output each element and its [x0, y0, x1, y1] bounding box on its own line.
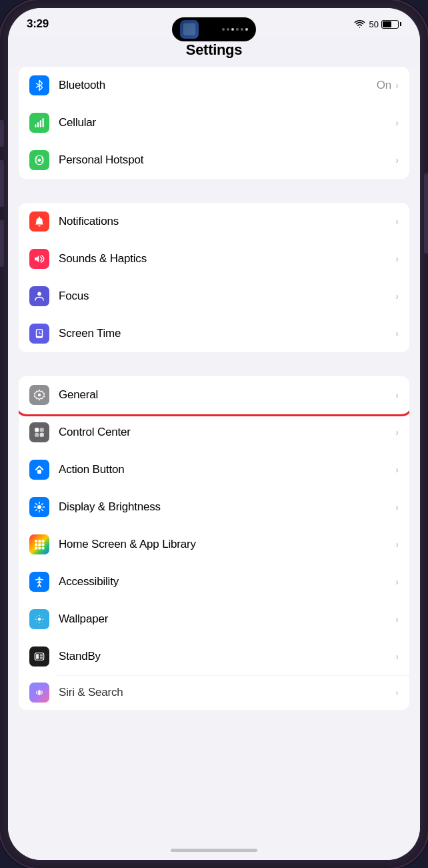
cellular-label: Cellular: [59, 116, 395, 129]
standby-chevron: ›: [395, 652, 399, 661]
settings-row-bluetooth[interactable]: Bluetooth On ›: [19, 67, 409, 104]
accessibility-chevron: ›: [395, 577, 399, 586]
di-dot-6: [245, 28, 248, 31]
volume-up-button[interactable]: [0, 160, 4, 207]
di-dot-4: [236, 28, 239, 31]
di-dot-2: [227, 28, 229, 31]
hotspot-chevron: ›: [395, 155, 399, 165]
settings-row-standby[interactable]: StandBy ›: [19, 638, 409, 675]
bluetooth-label: Bluetooth: [59, 79, 377, 92]
general-svg: [33, 389, 45, 401]
settings-row-focus[interactable]: Focus ›: [19, 278, 409, 315]
svg-point-8: [38, 394, 41, 397]
settings-row-general[interactable]: General ›: [19, 376, 409, 414]
svg-point-24: [39, 577, 41, 579]
status-bar: 3:29: [8, 8, 420, 36]
svg-point-14: [37, 505, 41, 509]
svg-rect-28: [40, 654, 43, 656]
svg-rect-10: [40, 428, 44, 432]
hotspot-svg: [33, 154, 45, 166]
display-icon: [29, 497, 49, 517]
di-app-icon: [180, 20, 199, 39]
svg-rect-20: [42, 544, 45, 546]
di-dot-5: [241, 28, 243, 31]
cellular-svg: [33, 117, 45, 129]
notifications-svg: [33, 215, 45, 228]
mute-button[interactable]: [0, 120, 4, 147]
volume-down-button[interactable]: [0, 220, 4, 267]
wallpaper-chevron: ›: [395, 614, 399, 624]
wallpaper-label: Wallpaper: [59, 612, 395, 626]
bluetooth-svg: [33, 79, 45, 91]
control-center-icon: [29, 422, 49, 442]
home-indicator: [8, 840, 420, 860]
svg-rect-18: [35, 544, 37, 546]
general-label: General: [59, 388, 395, 402]
settings-row-display[interactable]: Display & Brightness ›: [19, 488, 409, 526]
home-screen-label: Home Screen & App Library: [59, 538, 395, 551]
standby-label: StandBy: [59, 650, 395, 663]
siri-chevron: ›: [395, 688, 399, 697]
system-section: General › Control: [19, 376, 409, 710]
settings-row-control-center[interactable]: Control Center ›: [19, 414, 409, 451]
hotspot-label: Personal Hotspot: [59, 153, 395, 167]
action-button-svg: [33, 464, 45, 476]
settings-row-accessibility[interactable]: Accessibility ›: [19, 563, 409, 600]
settings-row-sounds[interactable]: Sounds & Haptics ›: [19, 240, 409, 278]
svg-rect-0: [35, 124, 36, 127]
accessibility-svg: [33, 576, 45, 588]
page-title: Settings: [21, 41, 407, 59]
home-screen-chevron: ›: [395, 540, 399, 549]
wallpaper-svg: [33, 613, 45, 625]
siri-icon: [29, 683, 49, 703]
svg-rect-29: [40, 657, 43, 659]
svg-rect-12: [40, 433, 44, 437]
svg-rect-17: [42, 540, 45, 542]
power-button[interactable]: [424, 173, 428, 254]
siri-svg: [33, 687, 45, 699]
settings-row-hotspot[interactable]: Personal Hotspot ›: [19, 141, 409, 179]
bluetooth-chevron: ›: [395, 81, 399, 90]
notifications-label: Notifications: [59, 215, 395, 228]
home-screen-svg: [33, 538, 45, 550]
accessibility-label: Accessibility: [59, 575, 395, 588]
svg-rect-23: [42, 547, 45, 550]
settings-row-notifications[interactable]: Notifications ›: [19, 203, 409, 240]
status-icons: 50: [354, 19, 401, 29]
battery-icon: 50: [369, 19, 401, 29]
focus-label: Focus: [59, 290, 395, 303]
svg-rect-13: [37, 470, 41, 474]
hotspot-icon: [29, 150, 49, 170]
action-button-icon: [29, 460, 49, 480]
screentime-svg: [33, 328, 45, 340]
wallpaper-icon: [29, 609, 49, 629]
status-time: 3:29: [27, 17, 49, 31]
svg-rect-3: [43, 118, 44, 127]
display-svg: [33, 501, 45, 513]
notifications-section: Notifications › Sounds & Haptics: [19, 203, 409, 352]
settings-row-siri[interactable]: Siri & Search ›: [19, 675, 409, 710]
svg-rect-22: [39, 547, 41, 550]
display-label: Display & Brightness: [59, 500, 395, 514]
control-center-svg: [33, 426, 45, 438]
settings-row-cellular[interactable]: Cellular ›: [19, 104, 409, 141]
di-activity: [222, 28, 248, 31]
connectivity-group: Bluetooth On ›: [19, 67, 409, 179]
settings-row-screentime[interactable]: Screen Time ›: [19, 315, 409, 352]
general-chevron: ›: [395, 390, 399, 400]
settings-scroll[interactable]: Bluetooth On ›: [8, 67, 420, 840]
wifi-icon: [354, 20, 365, 29]
notifications-chevron: ›: [395, 217, 399, 226]
general-icon: [29, 385, 49, 405]
screentime-label: Screen Time: [59, 327, 395, 340]
settings-row-action-button[interactable]: Action Button ›: [19, 451, 409, 488]
settings-row-wallpaper[interactable]: Wallpaper ›: [19, 600, 409, 638]
focus-svg: [33, 290, 45, 302]
display-chevron: ›: [395, 502, 399, 512]
svg-rect-21: [35, 547, 37, 550]
svg-rect-16: [39, 540, 41, 542]
phone-screen: 3:29: [8, 8, 420, 860]
home-screen-icon: [29, 534, 49, 554]
notifications-group: Notifications › Sounds & Haptics: [19, 203, 409, 352]
settings-row-home-screen[interactable]: Home Screen & App Library ›: [19, 526, 409, 563]
